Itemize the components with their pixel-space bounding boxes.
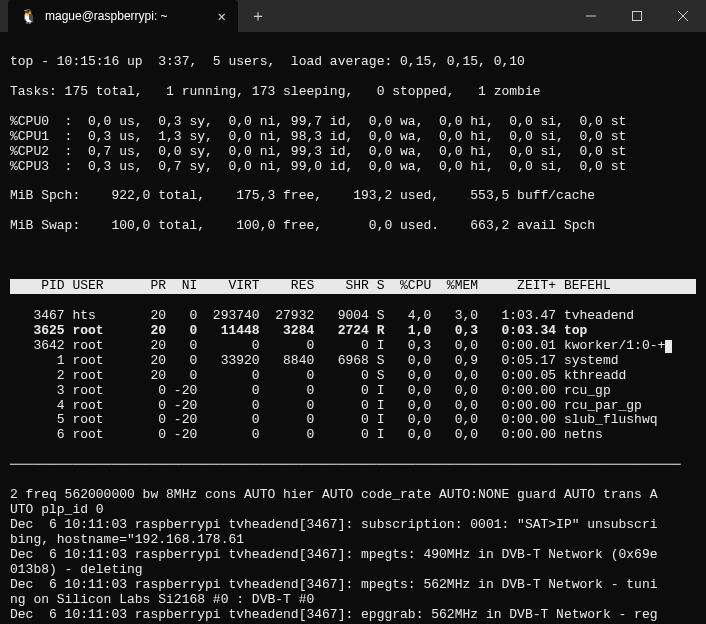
window-controls xyxy=(568,0,706,32)
top-mem-line: MiB Spch: 922,0 total, 175,3 free, 193,2… xyxy=(10,189,696,204)
log-line: 2 freq 562000000 bw 8MHz cons AUTO hier … xyxy=(10,488,696,503)
tab-title: mague@raspberrypi: ~ xyxy=(45,9,210,23)
top-cpu-line: %CPU3 : 0,3 us, 0,7 sy, 0,0 ni, 99,0 id,… xyxy=(10,160,696,175)
tux-icon: 🐧 xyxy=(20,8,37,25)
top-cpu-line: %CPU0 : 0,0 us, 0,3 sy, 0,0 ni, 99,7 id,… xyxy=(10,115,696,130)
top-cpu-line: %CPU1 : 0,3 us, 1,3 sy, 0,0 ni, 98,3 id,… xyxy=(10,130,696,145)
maximize-button[interactable] xyxy=(614,0,660,32)
close-button[interactable] xyxy=(660,0,706,32)
log-line: Dec 6 10:11:03 raspberrypi tvheadend[346… xyxy=(10,578,696,593)
log-line: Dec 6 10:11:03 raspberrypi tvheadend[346… xyxy=(10,608,696,623)
top-swap-line: MiB Swap: 100,0 total, 100,0 free, 0,0 u… xyxy=(10,219,696,234)
cursor xyxy=(665,340,672,353)
log-line: Dec 6 10:11:03 raspberrypi tvheadend[346… xyxy=(10,548,696,563)
process-row: 3642 root 20 0 0 0 0 I 0,3 0,0 0:00.01 k… xyxy=(10,339,696,354)
top-summary-time: top - 10:15:16 up 3:37, 5 users, load av… xyxy=(10,55,696,70)
process-row: 1 root 20 0 33920 8840 6968 S 0,0 0,9 0:… xyxy=(10,354,696,369)
blank-line xyxy=(10,249,696,264)
log-line: 013b8) - deleting xyxy=(10,563,696,578)
process-row: 4 root 0 -20 0 0 0 I 0,0 0,0 0:00.00 rcu… xyxy=(10,399,696,414)
process-row: 2 root 20 0 0 0 0 S 0,0 0,0 0:00.05 kthr… xyxy=(10,369,696,384)
process-row: 3467 hts 20 0 293740 27932 9004 S 4,0 3,… xyxy=(10,309,696,324)
titlebar: 🐧 mague@raspberrypi: ~ ✕ ＋ xyxy=(0,0,706,32)
new-tab-button[interactable]: ＋ xyxy=(238,6,278,27)
process-header: PID USER PR NI VIRT RES SHR S %CPU %MEM … xyxy=(10,279,696,294)
log-line: ng on Silicon Labs Si2168 #0 : DVB-T #0 xyxy=(10,593,696,608)
process-row: 6 root 0 -20 0 0 0 I 0,0 0,0 0:00.00 net… xyxy=(10,428,696,443)
tab-active[interactable]: 🐧 mague@raspberrypi: ~ ✕ xyxy=(8,0,238,32)
svg-rect-1 xyxy=(633,12,642,21)
log-line: UTO plp_id 0 xyxy=(10,503,696,518)
process-row: 5 root 0 -20 0 0 0 I 0,0 0,0 0:00.00 slu… xyxy=(10,413,696,428)
minimize-button[interactable] xyxy=(568,0,614,32)
log-line: Dec 6 10:11:03 raspberrypi tvheadend[346… xyxy=(10,518,696,533)
terminal-view[interactable]: top - 10:15:16 up 3:37, 5 users, load av… xyxy=(0,32,706,624)
tab-close-icon[interactable]: ✕ xyxy=(218,8,226,25)
log-line: bing, hostname="192.168.178.61 xyxy=(10,533,696,548)
pane-separator: ────────────────────────────────────────… xyxy=(10,458,696,473)
top-cpu-line: %CPU2 : 0,7 us, 0,0 sy, 0,0 ni, 99,3 id,… xyxy=(10,145,696,160)
top-summary-tasks: Tasks: 175 total, 1 running, 173 sleepin… xyxy=(10,85,696,100)
process-row: 3625 root 20 0 11448 3284 2724 R 1,0 0,3… xyxy=(10,324,696,339)
process-row: 3 root 0 -20 0 0 0 I 0,0 0,0 0:00.00 rcu… xyxy=(10,384,696,399)
